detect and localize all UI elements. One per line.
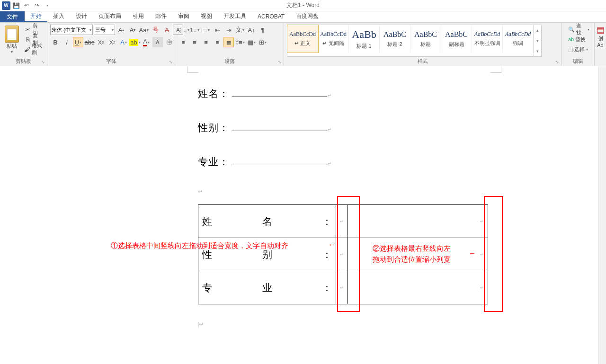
highlight-button[interactable]: ab: [130, 37, 140, 47]
undo-icon: ↶: [24, 2, 29, 9]
style-item-1[interactable]: AaBbCcDd↵ 无间隔: [318, 25, 349, 53]
tab-file[interactable]: 文件: [0, 11, 25, 22]
font-size-combo[interactable]: 三号▾: [94, 25, 115, 35]
italic-button[interactable]: I: [62, 37, 72, 47]
group-editing: 🔍查找▾ ab替换 ⬚选择▾ 编辑: [561, 23, 595, 66]
style-item-5[interactable]: AaBbC副标题: [441, 25, 472, 53]
borders-button[interactable]: ⊞: [258, 37, 268, 47]
styles-up[interactable]: ▴: [534, 25, 541, 36]
qat-customize[interactable]: ▾: [43, 1, 52, 10]
bold-button[interactable]: B: [50, 37, 61, 47]
page-corner-tr: [490, 66, 501, 73]
clear-formatting-button[interactable]: A̶: [161, 25, 172, 35]
replace-button[interactable]: ab替换: [566, 35, 591, 44]
styles-down[interactable]: ▾: [534, 36, 541, 46]
para-mark-icon: ↵: [328, 161, 331, 166]
para-mark-icon: ↵: [198, 188, 203, 195]
arrow-left-icon: ←: [469, 249, 476, 257]
save-icon: 💾: [13, 2, 20, 9]
increase-indent-button[interactable]: ⇥: [223, 25, 234, 35]
font-name-combo[interactable]: 宋体 (中文正文▾: [50, 25, 93, 35]
tab-home[interactable]: 开始: [25, 11, 47, 22]
line-spacing-button[interactable]: ‡≡: [235, 37, 245, 47]
numbering-button[interactable]: 1≡: [189, 25, 200, 35]
group-font-label: 字体: [50, 57, 172, 65]
pdf-icon: ▤: [597, 25, 605, 35]
multilevel-list-button[interactable]: ≣: [201, 25, 211, 35]
tab-layout[interactable]: 页面布局: [93, 11, 127, 22]
style-item-6[interactable]: AaBbCcDd不明显强调: [472, 25, 503, 53]
annotation-box-1: [337, 196, 360, 312]
style-item-3[interactable]: AaBbC标题 2: [380, 25, 410, 53]
group-clipboard: 粘贴 ▾ ✂剪切 ⎘复制 🖌格式刷 剪贴板 ⤡: [0, 23, 47, 66]
style-item-2[interactable]: AaBb标题 1: [349, 25, 380, 53]
paste-button[interactable]: 粘贴 ▾: [3, 25, 21, 55]
text-effects-button[interactable]: A: [118, 37, 129, 47]
ribbon-tabs: 文件 开始 插入 设计 页面布局 引用 邮件 审阅 视图 开发工具 ACROBA…: [0, 11, 606, 23]
superscript-button[interactable]: X2: [107, 37, 117, 47]
vertical-scrollbar[interactable]: [598, 66, 606, 364]
paragraph-dialog-launcher[interactable]: ⤡: [277, 59, 283, 65]
styles-dialog-launcher[interactable]: ⤡: [554, 59, 560, 65]
paste-label: 粘贴: [7, 43, 17, 50]
ribbon: 粘贴 ▾ ✂剪切 ⎘复制 🖌格式刷 剪贴板 ⤡ 宋体 (中文正文▾ 三号▾ A▴…: [0, 23, 606, 66]
group-paragraph: ⋮≡ 1≡ ≣ ⇤ ⇥ 文 A↓ ¶ ≡ ≡ ≡ ≡ ≣ ‡≡ ▦: [175, 23, 284, 66]
paste-icon: [5, 26, 19, 43]
tab-acrobat[interactable]: ACROBAT: [252, 11, 290, 22]
tab-design[interactable]: 设计: [70, 11, 93, 22]
clipboard-dialog-launcher[interactable]: ⤡: [40, 59, 46, 65]
redo-button[interactable]: ↷: [32, 1, 42, 10]
select-button[interactable]: ⬚选择▾: [566, 44, 591, 54]
strikethrough-button[interactable]: abc: [84, 37, 95, 47]
annotation-text-1: ①选择表格中间竖线向左拖动到适合宽度，文字自动对齐: [111, 240, 329, 251]
subscript-button[interactable]: X2: [96, 37, 106, 47]
undo-button[interactable]: ↶: [22, 1, 31, 10]
style-item-7[interactable]: AaBbCcDd强调: [503, 25, 534, 53]
align-left-button[interactable]: ≡: [178, 37, 188, 47]
find-icon: 🔍: [568, 27, 575, 33]
decrease-indent-button[interactable]: ⇤: [212, 25, 223, 35]
para-mark-icon: ↵: [328, 93, 331, 98]
style-item-4[interactable]: AaBbC标题: [410, 25, 441, 53]
distribute-button[interactable]: ≣: [223, 37, 234, 47]
group-editing-label: 编辑: [564, 57, 591, 65]
word-app-icon: W: [2, 1, 10, 10]
justify-button[interactable]: ≡: [212, 37, 223, 47]
underline: [232, 165, 327, 165]
tab-view[interactable]: 视图: [195, 11, 218, 22]
change-case-button[interactable]: Aa: [139, 25, 149, 35]
tab-baidu[interactable]: 百度网盘: [290, 11, 324, 22]
enclose-char-button[interactable]: ㊥: [164, 37, 174, 47]
align-right-button[interactable]: ≡: [201, 37, 211, 47]
tab-review[interactable]: 审阅: [172, 11, 195, 22]
font-dialog-launcher[interactable]: ⤡: [168, 59, 174, 65]
shading-button[interactable]: ▦: [246, 37, 257, 47]
find-button[interactable]: 🔍查找▾: [566, 25, 591, 34]
styles-gallery[interactable]: AaBbCcDd↵ 正文AaBbCcDd↵ 无间隔AaBb标题 1AaBbC标题…: [287, 25, 542, 57]
save-button[interactable]: 💾: [11, 1, 21, 10]
phonetic-guide-button[interactable]: 号: [150, 25, 160, 35]
underline-button[interactable]: U: [73, 37, 83, 47]
sort-button[interactable]: A↓: [246, 25, 257, 35]
asian-layout-button[interactable]: 文: [235, 25, 245, 35]
group-font: 宋体 (中文正文▾ 三号▾ A▴ A▾ Aa 号 A̶ A B I U abc …: [47, 23, 175, 66]
char-shading-button[interactable]: A: [152, 37, 163, 47]
bullets-button[interactable]: ⋮≡: [178, 25, 188, 35]
format-painter-button[interactable]: 🖌格式刷: [23, 44, 44, 54]
annotation-text-2: ②选择表格最右竖线向左 拖动到合适位置缩小列宽: [373, 243, 451, 265]
style-item-0[interactable]: AaBbCcDd↵ 正文: [287, 25, 318, 53]
styles-more[interactable]: ▾: [534, 46, 541, 56]
arrow-left-icon: ←: [328, 240, 335, 249]
show-marks-button[interactable]: ¶: [258, 25, 268, 35]
tab-insert[interactable]: 插入: [47, 11, 70, 22]
shrink-font-button[interactable]: A▾: [127, 25, 138, 35]
create-pdf-button[interactable]: ▤ 创 Ad: [597, 25, 603, 48]
field-name: 姓名： ↵: [198, 87, 331, 100]
tab-mailings[interactable]: 邮件: [150, 11, 172, 22]
document-area[interactable]: 姓名： ↵ 性别： ↵ 专业： ↵ ↵ 姓名： ↵↵ 性别： ↵↵ 专业： ↵↵…: [0, 66, 606, 364]
grow-font-button[interactable]: A▴: [116, 25, 126, 35]
tab-references[interactable]: 引用: [127, 11, 150, 22]
font-color-button[interactable]: A: [141, 37, 152, 47]
align-center-button[interactable]: ≡: [189, 37, 200, 47]
tab-developer[interactable]: 开发工具: [218, 11, 252, 22]
